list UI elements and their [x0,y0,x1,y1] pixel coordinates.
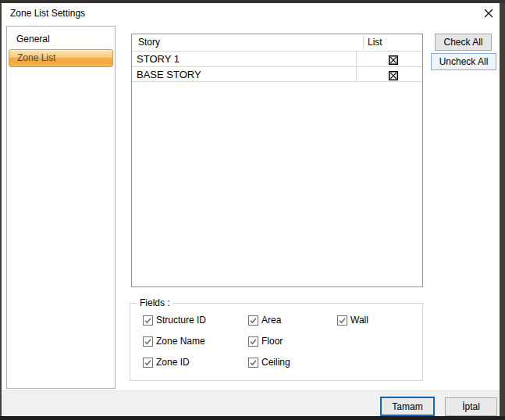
boxed-x-checked-icon [389,55,398,65]
checkbox-zone-id[interactable]: Zone ID [143,357,190,368]
sidebar-item-general[interactable]: General [7,30,123,48]
zone-list-settings-dialog: Zone List Settings General Zone List Sto… [2,3,500,416]
story-list-table: Story List STORY 1 BASE STORY [131,34,423,287]
cancel-button[interactable]: İptal [445,397,497,416]
close-button[interactable] [478,4,499,22]
column-divider [363,36,364,49]
checkbox-zone-name[interactable]: Zone Name [143,336,205,347]
fields-groupbox-legend: Fields : [137,297,173,309]
column-divider [356,52,357,82]
checkbox-ceiling[interactable]: Ceiling [248,357,290,368]
dialog-titlebar: Zone List Settings [2,3,500,23]
desktop-background: Zone List Settings General Zone List Sto… [0,0,505,420]
checkbox-floor[interactable]: Floor [248,336,283,347]
checkbox-label: Area [261,315,281,326]
column-header-list[interactable]: List [368,34,382,51]
checkbox-label: Ceiling [261,357,290,368]
checkbox-wall[interactable]: Wall [337,315,368,326]
ok-button[interactable]: Tamam [380,397,435,416]
settings-nav-panel: General Zone List [6,26,116,389]
table-row-story-1[interactable]: STORY 1 [132,52,422,67]
check-all-button[interactable]: Check All [435,34,492,51]
list-checkbox-story-1[interactable] [389,54,398,63]
checkbox-checked-icon [248,315,258,326]
fields-groupbox: Fields : Structure ID Zone Name [130,303,423,381]
checkbox-label: Wall [350,315,368,326]
checkbox-structure-id[interactable]: Structure ID [143,315,206,326]
boxed-x-checked-icon [389,71,398,80]
uncheck-all-button[interactable]: Uncheck All [431,53,496,70]
checkbox-checked-icon [337,315,347,326]
story-cell: STORY 1 [137,52,180,66]
list-checkbox-base-story[interactable] [389,69,398,79]
column-header-story[interactable]: Story [138,34,160,51]
checkbox-label: Floor [261,336,283,347]
table-header-row: Story List [132,34,422,52]
checkbox-area[interactable]: Area [248,315,281,326]
close-icon [484,9,493,18]
story-cell: BASE STORY [137,67,201,82]
dialog-footer: Tamam İptal [2,390,500,416]
background-app-edge-bottom [0,416,505,420]
checkbox-checked-icon [143,315,153,326]
dialog-title: Zone List Settings [10,3,85,23]
checkbox-checked-icon [248,358,258,368]
checkbox-checked-icon [248,336,258,347]
checkbox-label: Structure ID [156,315,206,326]
table-row-base-story[interactable]: BASE STORY [132,67,422,82]
checkbox-checked-icon [143,358,153,368]
checkbox-label: Zone ID [156,357,190,368]
checkbox-label: Zone Name [156,336,205,347]
checkbox-checked-icon [143,336,153,347]
sidebar-item-zone-list[interactable]: Zone List [9,49,113,67]
